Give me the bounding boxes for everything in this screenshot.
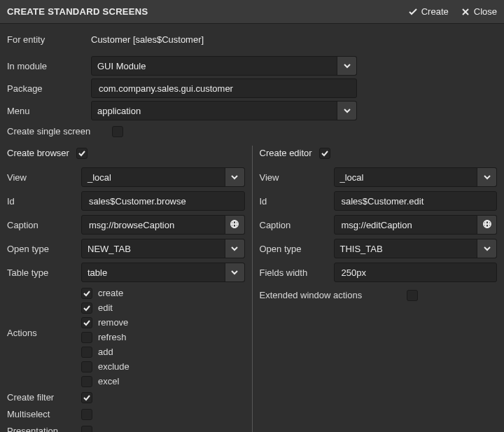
action-checkbox-remove[interactable]: [81, 317, 92, 328]
create-button-label: Create: [421, 6, 449, 17]
editor-opentype-label: Open type: [260, 244, 334, 254]
chevron-down-icon: [477, 239, 496, 258]
chevron-down-icon: [225, 168, 244, 186]
create-browser-checkbox[interactable]: [76, 148, 88, 159]
menu-label: Menu: [7, 106, 91, 116]
chevron-down-icon: [225, 239, 244, 258]
create-filter-checkbox[interactable]: [81, 392, 92, 403]
browser-opentype-value: NEW_TAB: [88, 244, 131, 254]
editor-extended-checkbox[interactable]: [407, 290, 418, 301]
browser-opentype-label: Open type: [7, 244, 81, 254]
editor-opentype-value: THIS_TAB: [340, 244, 383, 254]
menu-value: application: [97, 106, 141, 116]
check-icon: [409, 8, 417, 16]
close-icon: [461, 8, 470, 16]
editor-id-label: Id: [260, 196, 334, 207]
browser-opentype-select[interactable]: NEW_TAB: [81, 239, 245, 258]
browser-view-label: View: [7, 172, 81, 183]
editor-fieldswidth-field[interactable]: [340, 267, 491, 279]
for-entity-value: Customer [sales$Customer]: [91, 34, 204, 45]
for-entity-label: For entity: [7, 34, 91, 45]
action-item: remove: [81, 315, 245, 329]
action-checkbox-add[interactable]: [81, 347, 92, 358]
action-label: edit: [98, 302, 113, 313]
action-label: remove: [98, 317, 128, 328]
browser-id-label: Id: [7, 196, 81, 207]
browser-view-value: _local: [88, 172, 111, 183]
editor-view-label: View: [260, 172, 334, 183]
globe-icon: [482, 219, 492, 231]
action-item: edit: [81, 300, 245, 314]
action-label: exclude: [98, 361, 130, 372]
create-filter-label: Create filter: [7, 392, 81, 403]
action-label: add: [98, 347, 113, 357]
chevron-down-icon: [337, 102, 356, 120]
globe-icon: [230, 219, 239, 231]
close-button-label: Close: [474, 6, 497, 17]
package-input-field[interactable]: [97, 83, 351, 95]
in-module-select[interactable]: GUI Module: [91, 56, 357, 76]
editor-view-value: _local: [340, 172, 364, 183]
editor-id-field[interactable]: [340, 195, 491, 207]
browser-caption-field[interactable]: [88, 219, 219, 231]
editor-extended-label: Extended window actions: [260, 290, 407, 300]
action-checkbox-exclude[interactable]: [81, 361, 92, 372]
menu-select[interactable]: application: [91, 101, 357, 120]
action-label: refresh: [98, 332, 126, 342]
chevron-down-icon: [225, 263, 244, 281]
in-module-value: GUI Module: [97, 61, 146, 71]
action-item: exclude: [81, 359, 245, 373]
browser-id-field[interactable]: [88, 195, 239, 207]
browser-view-select[interactable]: _local: [81, 167, 245, 187]
single-screen-checkbox[interactable]: [112, 126, 123, 137]
create-button[interactable]: Create: [409, 6, 449, 17]
editor-caption-field[interactable]: [340, 219, 472, 231]
browser-tabletype-select[interactable]: table: [81, 263, 245, 282]
action-item: excel: [81, 374, 245, 388]
package-label: Package: [7, 83, 91, 94]
action-item: create: [81, 286, 245, 300]
editor-caption-globe-button[interactable]: [477, 215, 497, 235]
single-screen-label: Create single screen: [7, 126, 112, 137]
action-checkbox-excel[interactable]: [81, 376, 92, 387]
browser-caption-label: Caption: [7, 220, 81, 230]
dialog-title: CREATE STANDARD SCREENS: [7, 6, 396, 17]
editor-caption-label: Caption: [260, 220, 334, 230]
editor-opentype-select[interactable]: THIS_TAB: [334, 239, 498, 258]
browser-actions-label: Actions: [7, 286, 81, 389]
action-checkbox-refresh[interactable]: [81, 332, 92, 343]
action-item: refresh: [81, 330, 245, 344]
browser-caption-globe-button[interactable]: [225, 215, 245, 235]
browser-caption-input[interactable]: [81, 215, 225, 235]
action-item: add: [81, 344, 245, 358]
close-button[interactable]: Close: [461, 6, 497, 17]
in-module-label: In module: [7, 61, 91, 71]
create-browser-label: Create browser: [7, 148, 69, 158]
chevron-down-icon: [337, 57, 356, 75]
editor-caption-input[interactable]: [334, 215, 478, 235]
browser-tabletype-label: Table type: [7, 267, 81, 278]
presentation-label: Presentation: [7, 426, 81, 433]
package-input[interactable]: [91, 78, 357, 98]
titlebar: CREATE STANDARD SCREENS Create Close: [0, 0, 504, 24]
editor-view-select[interactable]: _local: [334, 167, 498, 187]
action-label: create: [98, 288, 123, 298]
editor-id-input[interactable]: [334, 191, 498, 211]
editor-fieldswidth-label: Fields width: [260, 267, 334, 278]
action-label: excel: [98, 376, 119, 386]
create-editor-label: Create editor: [260, 148, 312, 158]
action-checkbox-create[interactable]: [81, 288, 92, 299]
create-editor-checkbox[interactable]: [319, 148, 330, 159]
multiselect-label: Multiselect: [7, 409, 81, 419]
presentation-checkbox[interactable]: [81, 426, 92, 432]
action-checkbox-edit[interactable]: [81, 302, 92, 314]
browser-tabletype-value: table: [88, 267, 107, 278]
chevron-down-icon: [477, 168, 496, 186]
editor-fieldswidth-input[interactable]: [334, 263, 498, 282]
multiselect-checkbox[interactable]: [81, 409, 92, 420]
browser-actions-list: createeditremoverefreshaddexcludeexcel: [81, 286, 245, 389]
browser-id-input[interactable]: [81, 191, 245, 211]
